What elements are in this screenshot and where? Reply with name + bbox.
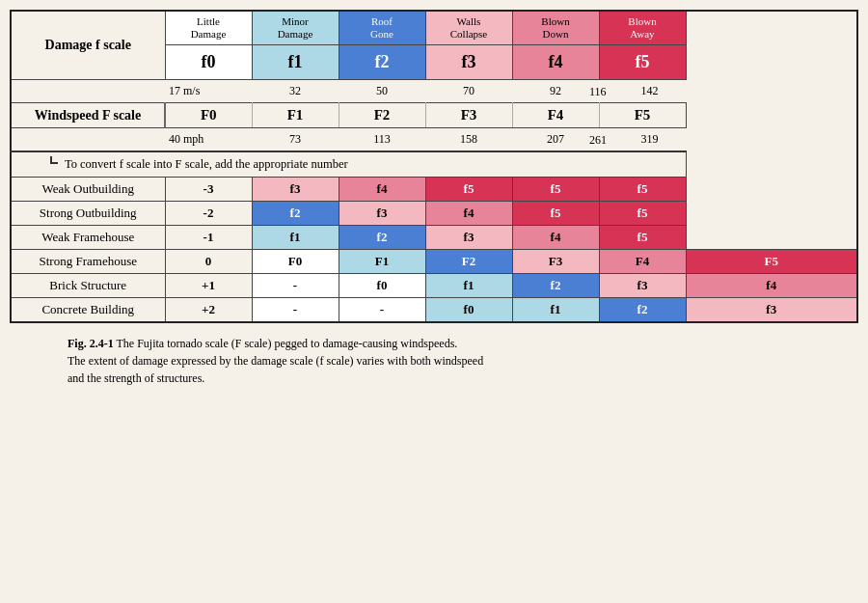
damage-label-1: MinorDamage — [252, 11, 339, 45]
damage-label-4: BlownDown — [512, 11, 599, 45]
cell-5-3: f1 — [512, 298, 599, 323]
page-container: Damage f scale LittleDamage MinorDamage … — [10, 10, 858, 387]
f5-code: f5 — [599, 45, 686, 80]
adjust-5: +2 — [165, 298, 252, 323]
cell-4-2: f1 — [425, 274, 512, 298]
cell-2-2: f3 — [425, 226, 512, 250]
damage-scale-header: Damage f scale — [11, 11, 165, 80]
windspeed-F-row: Windspeed F scale F0 F1 F2 F3 F4 F5 — [11, 103, 857, 128]
damage-label-3: WallsCollapse — [425, 11, 512, 45]
adjust-2: -1 — [165, 226, 252, 250]
cell-1-4: f5 — [599, 202, 686, 226]
cell-3-5: F5 — [686, 250, 857, 274]
cell-4-0: - — [252, 274, 339, 298]
cell-5-1: - — [339, 298, 425, 323]
cell-0-0: f3 — [252, 178, 339, 202]
damage-label-2: RoofGone — [339, 11, 425, 45]
cell-0-3: f5 — [512, 178, 599, 202]
adjust-4: +1 — [165, 274, 252, 298]
caption-fig: Fig. 2.4-1 — [68, 337, 114, 350]
structure-label-3: Strong Framehouse — [11, 250, 165, 274]
f0-code: f0 — [165, 45, 252, 80]
cell-4-1: f0 — [339, 274, 425, 298]
cell-1-0: f2 — [252, 202, 339, 226]
cell-1-3: f5 — [512, 202, 599, 226]
structure-row-weak-outbuilding: Weak Outbuilding -3 f3 f4 f5 f5 f5 — [11, 178, 857, 202]
main-table: Damage f scale LittleDamage MinorDamage … — [10, 10, 858, 323]
cell-4-3: f2 — [512, 274, 599, 298]
cell-5-5: f3 — [686, 298, 857, 323]
structure-label-2: Weak Framehouse — [11, 226, 165, 250]
damage-label-5: BlownAway — [599, 11, 686, 45]
structure-row-brick: Brick Structure +1 - f0 f1 f2 f3 f4 — [11, 274, 857, 298]
cell-3-2: F2 — [425, 250, 512, 274]
cell-3-4: F4 — [599, 250, 686, 274]
cell-5-2: f0 — [425, 298, 512, 323]
adjust-3: 0 — [165, 250, 252, 274]
cell-4-5: f4 — [686, 274, 857, 298]
cell-3-1: F1 — [339, 250, 425, 274]
cell-3-0: F0 — [252, 250, 339, 274]
structure-row-concrete: Concrete Building +2 - - f0 f1 f2 f3 — [11, 298, 857, 323]
structure-label-4: Brick Structure — [11, 274, 165, 298]
windspeed-mph-row: 40 mph 73 113 158 207 261 319 — [11, 128, 857, 152]
f2-code: f2 — [339, 45, 425, 80]
cell-4-4: f3 — [599, 274, 686, 298]
damage-label-0: LittleDamage — [165, 11, 252, 45]
adjust-1: -2 — [165, 202, 252, 226]
figure-caption: Fig. 2.4-1 The Fujita tornado scale (F s… — [10, 335, 858, 387]
cell-2-0: f1 — [252, 226, 339, 250]
cell-0-1: f4 — [339, 178, 425, 202]
structure-row-weak-framehouse: Weak Framehouse -1 f1 f2 f3 f4 f5 — [11, 226, 857, 250]
f4-code: f4 — [512, 45, 599, 80]
structure-label-5: Concrete Building — [11, 298, 165, 323]
cell-2-3: f4 — [512, 226, 599, 250]
cell-1-1: f3 — [339, 202, 425, 226]
caption-text: The Fujita tornado scale (F scale) pegge… — [68, 337, 483, 385]
cell-5-4: f2 — [599, 298, 686, 323]
structure-row-strong-framehouse: Strong Framehouse 0 F0 F1 F2 F3 F4 F5 — [11, 250, 857, 274]
cell-2-4: f5 — [599, 226, 686, 250]
structure-label-0: Weak Outbuilding — [11, 178, 165, 202]
f1-code: f1 — [252, 45, 339, 80]
adjust-0: -3 — [165, 178, 252, 202]
structure-label-1: Strong Outbuilding — [11, 202, 165, 226]
cell-2-1: f2 — [339, 226, 425, 250]
conversion-row: To convert f scale into F scale, add the… — [11, 151, 857, 178]
f3-code: f3 — [425, 45, 512, 80]
cell-1-2: f4 — [425, 202, 512, 226]
cell-3-3: F3 — [512, 250, 599, 274]
windspeed-ms-row: 17 m/s 32 50 70 92 116 142 — [11, 80, 857, 103]
structure-row-strong-outbuilding: Strong Outbuilding -2 f2 f3 f4 f5 f5 — [11, 202, 857, 226]
cell-0-2: f5 — [425, 178, 512, 202]
cell-5-0: - — [252, 298, 339, 323]
cell-0-4: f5 — [599, 178, 686, 202]
